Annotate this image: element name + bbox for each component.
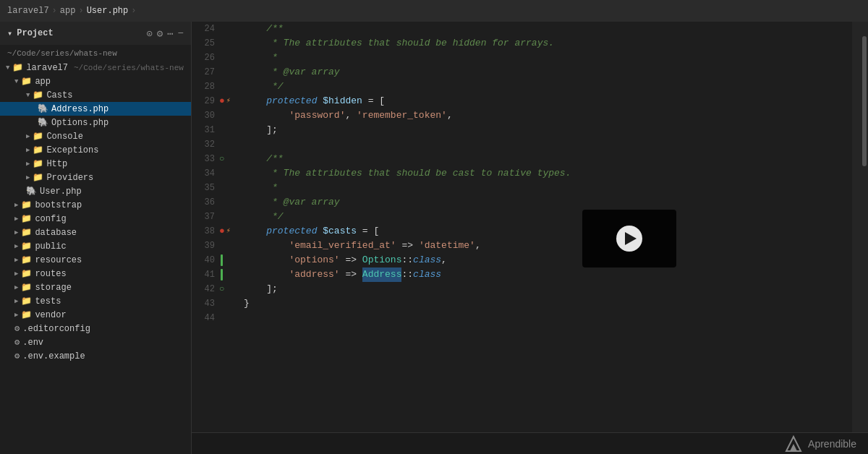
sidebar-item-casts[interactable]: ▼ 📁 Casts — [0, 88, 191, 102]
sidebar-item-label: resources — [35, 255, 82, 265]
chevron-down-icon: ▾ — [7, 28, 12, 39]
folder-icon: 📁 — [21, 268, 32, 279]
folder-icon: 📁 — [33, 158, 43, 169]
close-icon[interactable]: − — [178, 27, 184, 39]
sidebar-item-storage[interactable]: ▶ 📁 storage — [0, 280, 191, 294]
sidebar-item-options-php[interactable]: 🐘 Options.php — [0, 116, 191, 129]
code-line-31: ]; — [244, 123, 843, 137]
breadcrumb-file[interactable]: User.php — [87, 6, 129, 16]
file-icon: ⚙ — [14, 337, 20, 348]
chevron-right-icon: ▶ — [14, 283, 18, 291]
sidebar-item-address-php[interactable]: 🐘 Address.php — [0, 102, 191, 116]
file-icon: ⚙ — [14, 323, 20, 334]
gutter-marker-icon: ⚡ — [226, 224, 231, 239]
sidebar-item-label: Providers — [46, 173, 93, 183]
breadcrumb-app[interactable]: app — [60, 6, 76, 16]
sidebar-item-laravel7[interactable]: ▼ 📁 laravel7 ~/Code/series/whats-new — [0, 61, 191, 74]
play-triangle-icon — [625, 232, 637, 245]
chevron-right-icon: ▶ — [14, 270, 18, 278]
sidebar-item-editorconfig[interactable]: ⚙ .editorconfig — [0, 322, 191, 335]
code-line-25: * The attributes that should be hidden f… — [244, 36, 843, 51]
folder-icon: 📁 — [21, 282, 32, 293]
gutter-circle: ○ — [219, 282, 224, 296]
code-line-44 — [244, 311, 843, 325]
sidebar-item-console[interactable]: ▶ 📁 Console — [0, 129, 191, 143]
sidebar-item-database[interactable]: ▶ 📁 database — [0, 226, 191, 239]
play-button[interactable] — [616, 226, 642, 252]
sidebar-item-label: app — [35, 77, 51, 87]
breadcrumb: laravel7 › app › User.php › — [7, 6, 136, 16]
folder-icon: 📁 — [21, 309, 32, 320]
sidebar-item-label: Options.php — [51, 118, 109, 128]
bottom-bar: Aprendible — [192, 432, 868, 454]
debug-icon: ● — [219, 224, 225, 239]
code-line-28: */ — [244, 80, 843, 94]
svg-marker-1 — [790, 444, 797, 451]
folder-icon: 📁 — [33, 145, 43, 155]
folder-icon: 📁 — [21, 227, 32, 238]
sidebar-item-label: tests — [35, 296, 61, 307]
sidebar-header: ▾ Project ⊙ ⚙ ⋯ − — [0, 22, 191, 45]
sidebar-item-tests[interactable]: ▶ 📁 tests — [0, 294, 191, 308]
line-numbers: 24 25 26 27 28 29 30 31 32 33 34 35 36 3… — [192, 22, 219, 432]
folder-icon: 📁 — [21, 241, 32, 252]
chevron-right-icon: ▶ — [26, 132, 30, 140]
folder-icon: 📁 — [21, 200, 32, 210]
title-bar: laravel7 › app › User.php › — [0, 0, 868, 22]
code-line-30: 'password', 'remember_token', — [244, 108, 843, 123]
sidebar: ▾ Project ⊙ ⚙ ⋯ − ~/Code/series/whats-ne… — [0, 22, 192, 454]
file-icon: ⚙ — [14, 351, 20, 361]
sidebar-item-label: .env.example — [22, 351, 85, 361]
breadcrumb-laravel7[interactable]: laravel7 — [7, 6, 49, 16]
sidebar-item-resources[interactable]: ▶ 📁 resources — [0, 253, 191, 267]
sidebar-item-bootstrap[interactable]: ▶ 📁 bootstrap — [0, 198, 191, 212]
sidebar-item-env-example[interactable]: ⚙ .env.example — [0, 349, 191, 363]
dots-icon[interactable]: ⋯ — [167, 27, 173, 40]
code-line-36: * @var array — [244, 195, 843, 210]
gutter: ● ⚡ ○ ● ⚡ — [219, 22, 235, 432]
code-editor[interactable]: /** * The attributes that should be hidd… — [235, 22, 852, 432]
sidebar-item-app[interactable]: ▼ 📁 app — [0, 74, 191, 88]
gear-icon[interactable]: ⚙ — [157, 27, 163, 40]
sidebar-item-providers[interactable]: ▶ 📁 Providers — [0, 171, 191, 184]
code-line-32 — [244, 137, 843, 152]
chevron-right-icon: ▶ — [14, 297, 18, 305]
sidebar-item-user-php[interactable]: 🐘 User.php — [0, 184, 191, 198]
settings-icon[interactable]: ⊙ — [146, 27, 152, 40]
sidebar-item-label: bootstrap — [35, 200, 82, 210]
sidebar-item-env[interactable]: ⚙ .env — [0, 335, 191, 349]
video-overlay[interactable] — [582, 210, 676, 267]
folder-icon: 📁 — [12, 62, 23, 73]
sidebar-item-label: storage — [35, 283, 71, 293]
green-bar — [221, 254, 223, 266]
code-line-40: 'options' => Options::class, — [244, 253, 843, 267]
sidebar-item-label: routes — [35, 269, 66, 279]
right-scrollbar[interactable] — [861, 22, 868, 432]
sidebar-item-vendor[interactable]: ▶ 📁 vendor — [0, 308, 191, 322]
file-icon: 🐘 — [38, 117, 48, 128]
sidebar-item-routes[interactable]: ▶ 📁 routes — [0, 267, 191, 280]
sidebar-item-exceptions[interactable]: ▶ 📁 Exceptions — [0, 143, 191, 157]
code-line-26: * — [244, 51, 843, 65]
chevron-down-icon: ▼ — [6, 64, 9, 72]
code-line-33: /** — [244, 152, 843, 166]
folder-icon: 📁 — [21, 254, 32, 265]
chevron-down-icon: ▼ — [26, 92, 30, 99]
workspace-path: ~/Code/series/whats-new — [74, 64, 184, 72]
folder-icon: 📁 — [33, 131, 43, 142]
folder-icon: 📁 — [33, 90, 43, 100]
sidebar-item-public[interactable]: ▶ 📁 public — [0, 239, 191, 253]
project-label: Project — [17, 28, 53, 38]
sidebar-item-label: Address.php — [51, 104, 109, 114]
chevron-right-icon: ▶ — [14, 256, 18, 264]
scrollbar-thumb[interactable] — [862, 36, 867, 166]
code-line-24: /** — [244, 22, 843, 36]
sidebar-item-label: User.php — [40, 187, 82, 197]
folder-icon: 📁 — [21, 76, 32, 87]
sidebar-item-config[interactable]: ▶ 📁 config — [0, 212, 191, 226]
debug-icon: ● — [219, 94, 225, 108]
sidebar-item-label: laravel7 — [26, 63, 68, 73]
sidebar-item-http[interactable]: ▶ 📁 Http — [0, 157, 191, 171]
chevron-down-icon: ▼ — [14, 78, 18, 85]
aprendible-logo-icon — [785, 435, 802, 453]
